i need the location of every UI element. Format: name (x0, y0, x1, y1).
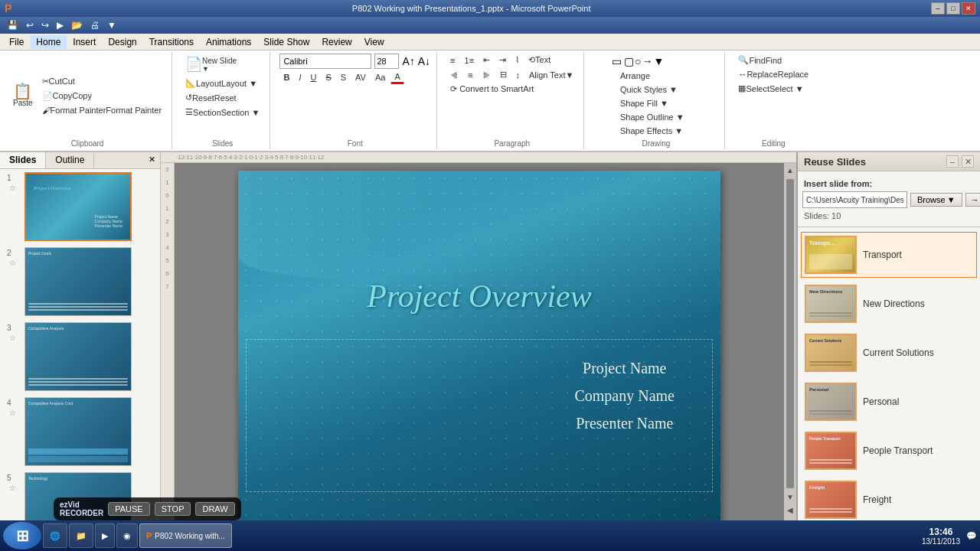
replace-button[interactable]: ↔ ReplaceReplace (734, 68, 812, 80)
char-spacing-button[interactable]: AV (351, 71, 370, 83)
slide-subtitle-area[interactable]: Project Name Company Name Presenter Name (574, 354, 675, 437)
shape-oval[interactable]: ○ (635, 55, 641, 67)
layout-button[interactable]: 📐 LayoutLayout ▼ (181, 77, 261, 90)
qa-redo[interactable]: ↪ (39, 19, 51, 31)
find-button[interactable]: 🔍 FindFind (734, 54, 786, 67)
font-color-button[interactable]: A (390, 70, 403, 84)
taskbar-ie[interactable]: 🌐 (43, 523, 67, 548)
slide-thumb-1[interactable]: Project Overview Project NameCompany Nam… (24, 172, 132, 241)
decrease-indent-button[interactable]: ⇤ (479, 54, 494, 67)
shape-fill-button[interactable]: Shape Fill ▼ (616, 97, 688, 109)
slide-thumb-2[interactable]: Project Goals (24, 247, 132, 316)
start-button[interactable]: ⊞ (3, 522, 41, 549)
change-case-button[interactable]: Aa (371, 71, 389, 83)
close-button[interactable]: ✕ (962, 2, 975, 15)
stop-button[interactable]: STOP (155, 502, 191, 516)
column-button[interactable]: ⌇ (511, 54, 523, 67)
taskbar-chrome[interactable]: ◉ (116, 523, 138, 548)
italic-button[interactable]: I (295, 71, 305, 83)
reuse-panel-close[interactable]: ✕ (962, 155, 974, 168)
reset-button[interactable]: ↺ ResetReset (181, 91, 240, 104)
reuse-slide-freight[interactable]: Freight Freight (801, 477, 977, 523)
align-center-button[interactable]: ≡ (464, 69, 476, 81)
align-right-button[interactable]: ⫸ (479, 69, 495, 81)
decrease-font-button[interactable]: A↓ (418, 55, 430, 67)
qa-save[interactable]: 💾 (5, 19, 21, 31)
taskbar-wmp[interactable]: ▶ (95, 523, 115, 548)
slide-line-3[interactable]: Presenter Name (574, 409, 675, 437)
section-button[interactable]: ☰ SectionSection ▼ (181, 106, 263, 119)
shape-outline-button[interactable]: Shape Outline ▼ (616, 111, 688, 123)
format-painter-button[interactable]: 🖌 Format PainterFormat Painter (38, 104, 166, 116)
slide-line-2[interactable]: Company Name (574, 382, 675, 409)
new-slide-button[interactable]: 📄 New Slide ▼ (181, 54, 240, 75)
paste-button[interactable]: 📋 Paste (9, 81, 37, 109)
qa-open[interactable]: 📂 (69, 19, 85, 31)
slide-thumb-3[interactable]: Competitive Analysis (24, 322, 132, 391)
cut-button[interactable]: ✂ CutCut (38, 75, 166, 88)
qa-print[interactable]: 🖨 (88, 19, 102, 31)
slide-line-1[interactable]: Project Name (574, 354, 675, 382)
tab-file[interactable]: File (3, 35, 30, 49)
slide-thumb-4[interactable]: Competitive Analysis Cont. (24, 397, 132, 466)
numbering-button[interactable]: 1≡ (461, 54, 479, 67)
browse-button[interactable]: Browse ▼ (910, 193, 962, 207)
notifications-icon[interactable]: 💬 (966, 531, 977, 541)
shape-rounded-rect[interactable]: ▢ (624, 55, 634, 67)
slides-tab[interactable]: Slides (0, 152, 46, 168)
tab-view[interactable]: View (358, 35, 390, 49)
shape-more[interactable]: ▼ (653, 55, 664, 67)
slide-item-2[interactable]: 2 ☆ Project Goals (3, 247, 157, 316)
reuse-slide-people[interactable]: People Transport People Transport (801, 428, 977, 474)
slide-item-4[interactable]: 4 ☆ Competitive Analysis Cont. (3, 397, 157, 466)
scroll-prev-slide[interactable]: ◀ (786, 504, 795, 516)
copy-button[interactable]: 📄 CopyCopy (38, 90, 166, 103)
slide-canvas[interactable]: Project Overview Project Name Company Na… (238, 171, 720, 523)
reuse-slide-current[interactable]: Current Solutions Current Solutions (801, 330, 977, 376)
scroll-up-arrow[interactable]: ▲ (785, 165, 795, 176)
reuse-slide-personal[interactable]: Personal Personal (801, 379, 977, 425)
increase-font-button[interactable]: A↑ (402, 55, 414, 67)
font-family-input[interactable] (279, 54, 371, 69)
tab-home[interactable]: Home (30, 35, 67, 49)
reuse-panel-minimize[interactable]: – (946, 155, 959, 168)
pause-button[interactable]: PAUSE (108, 502, 149, 516)
slide-item-1[interactable]: 1 ☆ Project Overview Project NameCompany… (3, 172, 157, 241)
outline-tab[interactable]: Outline (46, 152, 94, 168)
slide-item-3[interactable]: 3 ☆ Competitive Analysis (3, 322, 157, 391)
select-button[interactable]: ▦ SelectSelect ▼ (734, 82, 807, 95)
tab-design[interactable]: Design (102, 35, 142, 49)
scroll-down-arrow[interactable]: ▼ (785, 491, 795, 503)
path-input[interactable] (802, 191, 907, 208)
taskbar-powerpoint[interactable]: P P802 Working with... (139, 523, 232, 548)
reuse-slide-transport[interactable]: Transpo... Transport (801, 232, 977, 278)
bullets-button[interactable]: ≡ (446, 54, 459, 67)
maximize-button[interactable]: □ (946, 2, 960, 15)
shape-arrow[interactable]: → (642, 55, 652, 67)
justify-button[interactable]: ⊟ (496, 68, 511, 81)
qa-undo[interactable]: ↩ (24, 19, 36, 31)
arrange-button[interactable]: Arrange (616, 70, 688, 82)
minimize-button[interactable]: – (931, 2, 945, 15)
shape-rect[interactable]: ▭ (610, 54, 623, 69)
qa-present[interactable]: ▶ (54, 19, 66, 31)
text-direction-button[interactable]: ⟲Text (524, 54, 554, 67)
shape-effects-button[interactable]: Shape Effects ▼ (616, 125, 688, 137)
tab-insert[interactable]: Insert (67, 35, 102, 49)
tab-animations[interactable]: Animations (200, 35, 257, 49)
vertical-scrollbar[interactable]: ▲ ▼ ◀ ▶ (784, 163, 796, 530)
shadow-button[interactable]: S (337, 71, 350, 83)
align-text-button[interactable]: Align Text▼ (525, 69, 577, 81)
tab-transitions[interactable]: Transitions (143, 35, 200, 49)
quick-styles-button[interactable]: Quick Styles ▼ (616, 83, 688, 96)
tab-review[interactable]: Review (315, 35, 358, 49)
font-size-input[interactable] (374, 54, 399, 69)
go-button[interactable]: → (965, 193, 980, 207)
line-spacing-button[interactable]: ↕ (512, 69, 524, 81)
draw-button[interactable]: DRAW (195, 502, 234, 516)
taskbar-explorer[interactable]: 📁 (69, 523, 93, 548)
tab-slideshow[interactable]: Slide Show (257, 35, 315, 49)
convert-smartart-button[interactable]: ⟳ Convert to SmartArt (446, 83, 537, 96)
panel-close-button[interactable]: ✕ (144, 152, 160, 168)
bold-button[interactable]: B (279, 71, 293, 83)
